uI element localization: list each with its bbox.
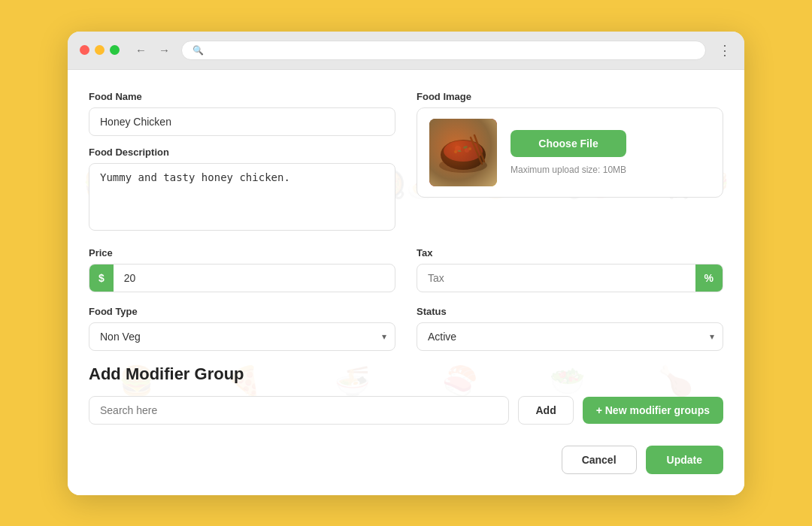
svg-point-10 [457, 150, 461, 152]
food-name-col: Food Name Food Description Yummy and tas… [89, 91, 395, 234]
cancel-button[interactable]: Cancel [562, 446, 637, 474]
food-description-textarea[interactable]: Yummy and tasty honey chicken. [89, 163, 395, 231]
tax-input-wrapper: % [417, 264, 723, 292]
tax-label: Tax [417, 247, 723, 258]
traffic-lights [80, 45, 120, 55]
address-bar[interactable]: 🔍 [181, 41, 706, 60]
svg-point-6 [459, 151, 463, 155]
svg-point-8 [468, 147, 471, 150]
choose-file-button[interactable]: Choose File [511, 130, 626, 157]
svg-point-5 [465, 148, 469, 153]
forward-button[interactable]: → [155, 42, 174, 58]
form-row-3: Food Type Veg Non Veg Both ▾ Status [89, 306, 723, 351]
food-type-col: Food Type Veg Non Veg Both ▾ [89, 306, 395, 351]
food-name-label: Food Name [89, 91, 395, 102]
modifier-row: Add + New modifier groups [89, 396, 723, 425]
svg-point-1 [439, 158, 487, 173]
form-row-2: Price $ Tax % [89, 247, 723, 292]
food-description-label: Food Description [89, 147, 395, 158]
price-prefix: $ [89, 265, 114, 292]
status-label: Status [417, 306, 723, 317]
food-type-select[interactable]: Veg Non Veg Both [89, 322, 395, 351]
tax-suffix: % [695, 265, 723, 292]
bottom-actions: Cancel Update [89, 446, 723, 474]
add-modifier-button[interactable]: Add [518, 396, 573, 425]
tax-input[interactable] [417, 265, 695, 292]
modifier-section: Add Modifier Group Add + New modifier gr… [89, 364, 723, 425]
price-label: Price [89, 247, 395, 258]
food-image-preview [429, 119, 497, 186]
update-button[interactable]: Update [646, 446, 723, 474]
food-image-col: Food Image [417, 91, 723, 234]
minimize-button[interactable] [95, 45, 105, 55]
food-type-select-wrapper: Veg Non Veg Both ▾ [89, 322, 395, 351]
new-modifier-groups-button[interactable]: + New modifier groups [583, 397, 723, 424]
status-select-wrapper: Active Inactive ▾ [417, 322, 723, 351]
svg-line-12 [474, 135, 484, 162]
upload-hint: Maximum upload size: 10MB [511, 165, 626, 175]
food-image-box: Choose File Maximum upload size: 10MB [417, 107, 723, 198]
browser-nav: ← → [132, 42, 174, 58]
maximize-button[interactable] [110, 45, 120, 55]
svg-point-7 [454, 150, 457, 153]
svg-point-2 [441, 140, 486, 170]
svg-line-11 [471, 138, 482, 164]
form-row-1: Food Name Food Description Yummy and tas… [89, 91, 723, 234]
modifier-section-title: Add Modifier Group [89, 364, 723, 384]
browser-menu-icon[interactable]: ⋮ [718, 42, 732, 59]
close-button[interactable] [80, 45, 89, 55]
tax-col: Tax % [417, 247, 723, 292]
browser-titlebar: ← → 🔍 ⋮ [68, 32, 744, 70]
browser-window: ← → 🔍 ⋮ 🍔🍕🍜🍣🥗🍗 🌮🍱🥘🍝🍛🥙 🍲🌯🥩🍤🫕🥪 🍔🍕🍜🍣🥗🍗 Food… [68, 32, 744, 495]
status-select[interactable]: Active Inactive [417, 322, 723, 351]
price-col: Price $ [89, 247, 395, 292]
modifier-search-input[interactable] [89, 396, 509, 425]
status-col: Status Active Inactive ▾ [417, 306, 723, 351]
svg-point-3 [444, 141, 483, 162]
price-input-wrapper: $ [89, 264, 395, 292]
search-icon: 🔍 [192, 45, 204, 56]
svg-rect-0 [429, 119, 497, 186]
svg-point-4 [455, 146, 461, 152]
food-name-input[interactable] [89, 107, 395, 136]
food-type-label: Food Type [89, 306, 395, 317]
price-input[interactable] [114, 265, 395, 292]
back-button[interactable]: ← [132, 42, 150, 58]
browser-content: 🍔🍕🍜🍣🥗🍗 🌮🍱🥘🍝🍛🥙 🍲🌯🥩🍤🫕🥪 🍔🍕🍜🍣🥗🍗 Food Name Fo… [68, 70, 744, 495]
food-img-details: Choose File Maximum upload size: 10MB [511, 130, 626, 175]
svg-point-9 [463, 145, 468, 149]
food-bowl-svg [429, 119, 497, 186]
form-content: Food Name Food Description Yummy and tas… [89, 91, 723, 474]
food-image-label: Food Image [417, 91, 723, 102]
